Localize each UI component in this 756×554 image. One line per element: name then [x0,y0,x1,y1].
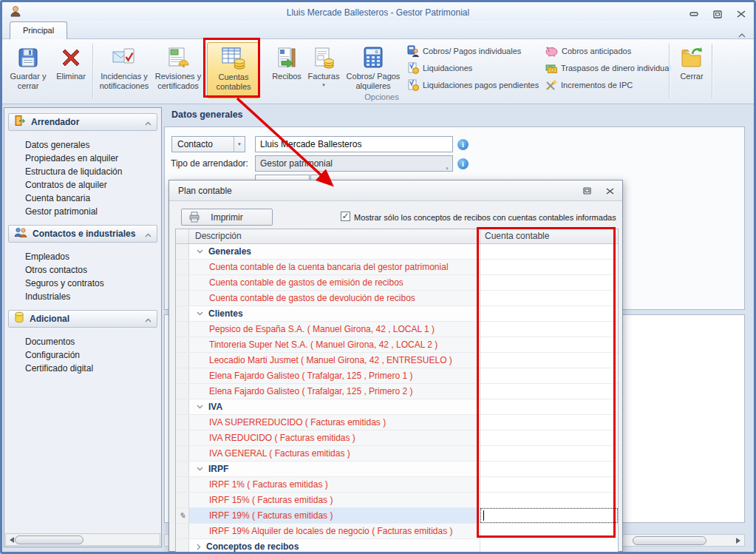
dialog-restore-button[interactable] [582,186,593,196]
descripcion-cell[interactable]: Cuenta contable de gastos de devolución … [189,291,480,305]
descripcion-cell[interactable]: IVA REDUCIDO ( Facturas emitidas ) [189,430,480,445]
liquidaciones-pagos-pendientes-button[interactable]: Liquidaciones pagos pendientes [407,78,539,92]
group-row-conceptos-de-recibos[interactable]: Conceptos de recibos [176,539,618,553]
table-row-iva-reducido-facturas-emitidas[interactable]: IVA REDUCIDO ( Facturas emitidas ) [176,430,618,446]
chevron-up-icon[interactable] [145,312,151,325]
descripcion-cell[interactable]: IRPF 15% ( Facturas emitidas ) [189,493,480,507]
chevron-up-icon[interactable] [145,227,151,240]
group-row-clientes[interactable]: Clientes [176,306,618,322]
traspasos-dinero-button[interactable]: Traspasos de dinero individual [545,61,671,75]
cuenta-contable-cell[interactable] [480,399,618,414]
cobros-pagos-individuales-button[interactable]: Cobros/ Pagos individuales [407,44,521,58]
scrollbar-thumb[interactable] [633,536,706,545]
table-row-tintoreria-super-net-s-a-manuel-girona-42-local-2[interactable]: Tintoreria Super Net S.A. ( Manuel Giron… [176,337,618,353]
cerrar-button[interactable]: Cerrar [672,42,712,98]
descripcion-cell[interactable]: IVA GENERAL ( Facturas emitidas ) [189,446,480,461]
cuenta-contable-cell[interactable] [480,368,618,383]
scrollbar-thumb[interactable] [15,536,84,544]
cuenta-contable-cell[interactable] [480,415,618,430]
descripcion-cell[interactable]: IRPF 1% ( Facturas emitidas ) [189,477,480,492]
cuenta-contable-cell[interactable] [480,462,618,476]
descripcion-cell[interactable]: IRPF 19% Alquiler de locales de negocio … [189,524,480,538]
chevron-up-icon[interactable] [145,115,151,129]
table-row-cuenta-contable-de-gastos-de-emision-de-recibos[interactable]: Cuenta contable de gastos de emisión de … [176,275,618,291]
descripcion-column-header[interactable]: Descripción [189,229,480,243]
cuenta-contable-cell[interactable] [480,306,618,321]
chevron-down-icon[interactable] [197,467,203,471]
recibos-button[interactable]: Recibos [269,42,304,98]
table-row-pepsico-de-espana-s-a-manuel-girona-42-local-1[interactable]: Pepsico de España S.A. ( Manuel Girona, … [176,322,618,337]
close-button[interactable] [735,10,747,18]
cuentas-contables-button[interactable]: Cuentas contables [207,42,260,98]
table-row-irpf-1-facturas-emitidas[interactable]: IRPF 1% ( Facturas emitidas ) [176,477,618,493]
scroll-right-arrow-icon[interactable] [732,535,744,546]
table-row-irpf-19-alquiler-de-locales-de-negocio-facturas-emitidas[interactable]: IRPF 19% Alquiler de locales de negocio … [176,524,618,539]
guardar-y-cerrar-button[interactable]: Guardar y cerrar [7,42,49,98]
group-row-irpf[interactable]: IRPF [176,462,618,477]
tab-principal[interactable]: Principal [10,21,67,39]
group-row-iva[interactable]: IVA [176,399,618,415]
sidebar-item-empleados[interactable]: Empleados [4,250,161,263]
descripcion-cell[interactable]: Conceptos de recibos [189,539,480,553]
chevron-down-icon[interactable] [197,249,203,254]
cobros-anticipados-button[interactable]: Cobros anticipados [545,44,631,58]
cuenta-contable-cell[interactable] [480,430,618,445]
cuenta-contable-cell[interactable] [480,260,618,274]
cuenta-contable-cell[interactable] [480,524,618,538]
tipo-arrendador-dropdown[interactable]: Gestor patrimonial ▼ [255,155,453,172]
cuenta-contable-cell[interactable] [480,477,618,492]
cuenta-contable-cell[interactable] [480,493,618,507]
sidebar-item-documentos[interactable]: Documentos [4,335,161,348]
cuenta-contable-cell[interactable] [480,275,618,290]
descripcion-cell[interactable]: IRPF 19% ( Facturas emitidas ) [189,508,480,523]
contacto-combo-button[interactable]: Contacto ▼ [171,136,245,152]
restore-button[interactable] [712,10,723,18]
sidebar-item-datos-generales[interactable]: Datos generales [4,138,161,152]
sidebar-section-adicional[interactable]: Adicional [8,310,157,328]
contacto-value-field[interactable]: Lluis Mercade Ballesteros [255,136,453,152]
table-row-iva-general-facturas-emitidas[interactable]: IVA GENERAL ( Facturas emitidas ) [176,446,618,462]
table-row-irpf-15-facturas-emitidas[interactable]: IRPF 15% ( Facturas emitidas ) [176,493,618,508]
descripcion-cell[interactable]: Elena Fajardo Galisteo ( Trafalgar, 125 … [189,368,480,383]
sidebar-section-arrendador[interactable]: Arrendador [8,113,157,131]
descripcion-cell[interactable]: Cuenta contable de gastos de emisión de … [189,275,480,290]
chevron-right-icon[interactable] [197,544,201,550]
group-row-generales[interactable]: Generales [176,244,618,260]
cuenta-contable-cell[interactable] [480,446,618,461]
eliminar-button[interactable]: Eliminar [51,42,91,98]
descripcion-cell[interactable]: IRPF [189,462,480,476]
mostrar-solo-checkbox[interactable]: ✓ [341,212,350,221]
sidebar-horizontal-scrollbar[interactable] [5,533,160,546]
table-row-iva-superreducido-facturas-emitidas[interactable]: IVA SUPERREDUCIDO ( Facturas emitidas ) [176,415,618,430]
table-row-cuenta-contable-de-la-cuenta-bancaria-del-gestor-patrimonial[interactable]: Cuenta contable de la cuenta bancaria de… [176,260,618,275]
revisiones-y-certificados-button[interactable]: Revisiones y certificados [153,42,203,98]
descripcion-cell[interactable]: Tintoreria Super Net S.A. ( Manuel Giron… [189,337,480,352]
table-row-leocadio-marti-jusmet-manuel-girona-42-entresuelo[interactable]: Leocadio Marti Jusmet ( Manuel Girona, 4… [176,353,618,368]
table-row-elena-fajardo-galisteo-trafalgar-125-primero-1[interactable]: Elena Fajardo Galisteo ( Trafalgar, 125 … [176,368,618,384]
info-icon[interactable]: i [457,158,469,169]
cuenta-contable-cell[interactable] [480,291,618,305]
cuenta-contable-cell[interactable] [480,337,618,352]
chevron-down-icon[interactable] [197,311,203,316]
info-icon[interactable]: i [457,139,469,150]
cuenta-contable-editor[interactable] [480,508,618,523]
sidebar-item-contratos-de-alquiler[interactable]: Contratos de alquiler [4,178,161,192]
table-row-elena-fajardo-galisteo-trafalgar-125-primero-2[interactable]: Elena Fajardo Galisteo ( Trafalgar, 125 … [176,384,618,399]
sidebar-item-gestor-patrimonial[interactable]: Gestor patrimonial [4,205,161,218]
sidebar-item-seguros-y-contratos[interactable]: Seguros y contratos [4,277,161,290]
descripcion-cell[interactable]: IVA [189,399,480,414]
cuenta-contable-cell[interactable] [480,322,618,337]
chevron-down-icon[interactable] [197,405,203,409]
incidencias-y-notificaciones-button[interactable]: Incidencias y notificaciones [95,42,153,98]
table-row-cuenta-contable-de-gastos-de-devolucion-de-recibos[interactable]: Cuenta contable de gastos de devolución … [176,291,618,306]
cuenta-contable-cell[interactable] [480,353,618,368]
dialog-close-button[interactable] [604,186,616,196]
descripcion-cell[interactable]: Cuenta contable de la cuenta bancaria de… [189,260,480,274]
sidebar-item-otros-contactos[interactable]: Otros contactos [4,263,161,277]
sidebar-item-estructura-de-liquidacion[interactable]: Estructura de liquidación [4,165,161,178]
liquidaciones-button[interactable]: Liquidaciones [407,61,472,75]
cuenta-contable-cell[interactable] [480,244,618,259]
sidebar-item-certificado-digital[interactable]: Certificado digital [4,362,161,375]
cuenta-contable-cell[interactable] [480,384,618,399]
descripcion-cell[interactable]: IVA SUPERREDUCIDO ( Facturas emitidas ) [189,415,480,430]
